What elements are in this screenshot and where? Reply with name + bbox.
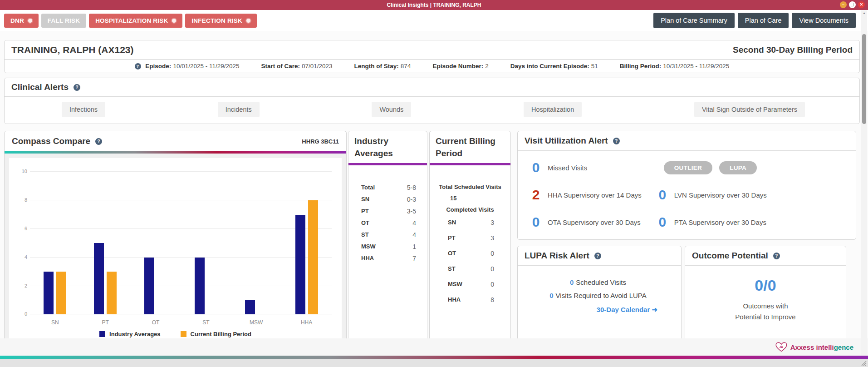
hhrg-code: HHRG 3BC11 xyxy=(302,138,339,145)
toolbar: DNR FALL RISK HOSPITALIZATION RISK INFEC… xyxy=(0,10,868,31)
bar-group-ot xyxy=(144,172,167,314)
length-of-stay-label: Length of Stay: xyxy=(354,63,399,69)
status-dot-icon xyxy=(172,19,176,23)
table-row: SN3 xyxy=(430,215,510,230)
table-row: OT0 xyxy=(430,246,510,261)
infection-risk-button[interactable]: INFECTION RISK xyxy=(185,14,257,28)
industry-averages-table: Total5-8 SN0-3 PT3-5 OT4 ST4 MSW1 HHA7 xyxy=(348,165,427,264)
maximize-icon[interactable] xyxy=(849,1,856,8)
legend-item-current-billing-period: Current Billing Period xyxy=(181,331,251,337)
brand-prefix: Axxess intelli xyxy=(790,343,834,351)
help-icon[interactable]: ? xyxy=(135,63,141,69)
bottom-cards-row: LUPA Risk Alert ? 0Scheduled Visits 0Vis… xyxy=(517,246,856,345)
axxess-intelligence-brand: Axxess intelligence xyxy=(790,343,853,351)
status-dot-icon xyxy=(28,19,32,23)
missed-visits-metric: 0 Missed Visits xyxy=(531,160,658,175)
lvn-supervisory-count: 0 xyxy=(658,187,667,203)
episode-detail: ? Episode:10/01/2025 - 11/29/2025 xyxy=(135,63,240,69)
visits-required-label: Visits Required to Avoid LUPA xyxy=(556,292,647,299)
scroll-up-icon[interactable]: ▲ xyxy=(861,10,867,16)
tab-infections[interactable]: Infections xyxy=(62,102,105,117)
patient-header-card: TRAINING, RALPH (AX123) Second 30-Day Bi… xyxy=(4,40,860,73)
ota-supervisory-metric: 0 OTA Supervisory over 30 Days xyxy=(531,214,658,230)
industry-averages-card: Industry Averages Total5-8 SN0-3 PT3-5 O… xyxy=(348,131,427,345)
dnr-label: DNR xyxy=(10,17,24,24)
calendar-link-label: 30-Day Calendar xyxy=(597,306,650,313)
tab-hospitalization[interactable]: Hospitalization xyxy=(524,102,582,117)
compass-bar-chart: 0246810 SNPTOTSTMSWHHA Industry Averages… xyxy=(9,158,342,340)
table-row: PT3 xyxy=(430,230,510,246)
row-value: 3 xyxy=(490,234,494,242)
row-value: 1 xyxy=(412,243,416,250)
row-value: 3 xyxy=(490,219,494,226)
outcome-potential-card: Outcome Potential ? 0/0 Outcomes with Po… xyxy=(685,246,846,345)
footer: Ai Axxess intelligence xyxy=(0,338,868,356)
table-row: HHA7 xyxy=(348,253,427,264)
help-icon[interactable]: ? xyxy=(594,253,601,259)
episode-number-label: Episode Number: xyxy=(432,63,483,69)
tab-incidents[interactable]: Incidents xyxy=(218,102,260,117)
minimize-icon[interactable]: – xyxy=(840,1,847,8)
row-value: 0 xyxy=(490,281,494,288)
bar-msw-industry xyxy=(245,300,255,314)
xlabel-st: ST xyxy=(181,319,231,326)
scheduled-visits-count: 0 xyxy=(570,278,574,286)
ytick-label-8: 8 xyxy=(16,197,27,203)
help-icon[interactable]: ? xyxy=(773,253,780,259)
arrow-right-icon: ➜ xyxy=(652,306,657,313)
hha-supervisory-metric: 2 HHA Supervisory over 14 Days xyxy=(531,187,658,203)
resize-grip-icon[interactable] xyxy=(860,360,867,366)
tab-vital-sign-outside-parameters[interactable]: Vital Sign Outside of Parameters xyxy=(694,102,805,117)
episode-label: Episode: xyxy=(145,63,171,69)
bar-group-hha xyxy=(295,172,318,314)
hha-supervisory-count: 2 xyxy=(531,187,540,203)
help-icon[interactable]: ? xyxy=(613,138,620,144)
legend-label: Current Billing Period xyxy=(191,331,251,337)
legend-swatch-icon xyxy=(181,331,186,337)
pta-supervisory-metric: 0 PTA Supervisory over 30 Days xyxy=(658,214,848,230)
thirty-day-calendar-link[interactable]: 30-Day Calendar ➜ xyxy=(539,302,657,314)
table-row: HHA8 xyxy=(430,292,510,307)
help-icon[interactable]: ? xyxy=(74,84,80,91)
right-column: Visit Utilization Alert ? 0 Missed Visit… xyxy=(517,131,856,345)
bar-pt-industry xyxy=(94,243,104,314)
lupa-risk-alert-card: LUPA Risk Alert ? 0Scheduled Visits 0Vis… xyxy=(517,246,682,345)
hospitalization-risk-button[interactable]: HOSPITALIZATION RISK xyxy=(89,14,182,28)
fall-risk-button[interactable]: FALL RISK xyxy=(41,14,86,28)
table-row: PT3-5 xyxy=(348,205,427,217)
vertical-scrollbar[interactable]: ▲ xyxy=(861,10,867,356)
row-label: HHA xyxy=(448,296,461,303)
dnr-button[interactable]: DNR xyxy=(4,14,39,28)
statusbar xyxy=(0,359,868,367)
bar-group-msw xyxy=(245,172,268,314)
plan-of-care-button[interactable]: Plan of Care xyxy=(738,13,789,28)
row-label: Total xyxy=(361,184,375,191)
help-icon[interactable]: ? xyxy=(95,138,102,145)
legend-swatch-icon xyxy=(99,331,105,337)
compass-compare-title: Compass Compare xyxy=(12,136,90,146)
ota-supervisory-label: OTA Supervisory over 30 Days xyxy=(548,218,641,226)
xlabel-pt: PT xyxy=(80,319,131,326)
row-label: MSW xyxy=(448,281,462,288)
total-scheduled-visits-label: Total Scheduled Visits xyxy=(430,182,510,192)
ytick-label-2: 2 xyxy=(16,283,27,288)
axxess-heart-logo-icon: Ai xyxy=(775,342,787,352)
row-label: PT xyxy=(448,234,456,242)
view-documents-button[interactable]: View Documents xyxy=(792,13,856,28)
patient-name: TRAINING, RALPH (AX123) xyxy=(11,45,134,55)
start-of-care-detail: Start of Care:07/01/2023 xyxy=(261,63,333,69)
scrollbar-thumb[interactable] xyxy=(862,34,866,124)
row-value: 4 xyxy=(412,231,416,238)
outcome-potential-body: 0/0 Outcomes with Potential to Improve xyxy=(685,266,846,322)
ota-supervisory-count: 0 xyxy=(531,214,540,230)
row-label: OT xyxy=(361,219,369,227)
billing-period-title: Second 30-Day Billing Period xyxy=(733,45,853,55)
xlabel-msw: MSW xyxy=(231,319,281,326)
bar-group-st xyxy=(195,172,217,314)
tab-wounds[interactable]: Wounds xyxy=(372,102,411,117)
plan-of-care-summary-button[interactable]: Plan of Care Summary xyxy=(653,13,735,28)
close-icon[interactable]: ✕ xyxy=(858,1,865,8)
missed-visits-count: 0 xyxy=(531,160,540,175)
bottom-gradient-bar xyxy=(0,356,868,359)
ytick-label-6: 6 xyxy=(16,226,27,231)
